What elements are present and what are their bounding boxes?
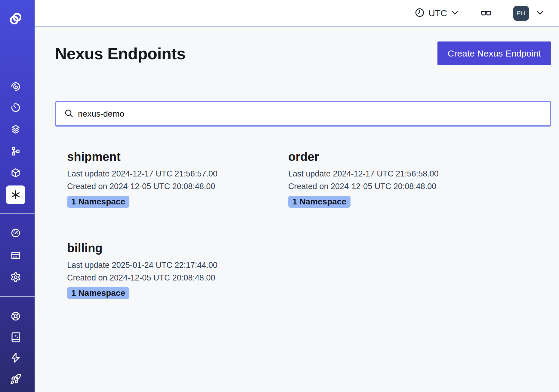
card-icon[interactable] [7,247,24,264]
endpoint-created: Created on 2024-12-05 UTC 20:08:48.00 [67,271,276,284]
search-bar[interactable] [55,101,551,127]
main-content: Nexus Endpoints Create Nexus Endpoint sh… [35,27,559,392]
temporal-logo[interactable] [7,10,24,27]
namespace-badge: 1 Namespace [288,196,351,208]
sidebar [0,0,35,392]
branch-graph-icon[interactable] [7,143,24,160]
create-nexus-endpoint-button[interactable]: Create Nexus Endpoint [437,41,551,65]
endpoint-name[interactable]: order [288,149,551,164]
cube-icon[interactable] [7,164,24,181]
endpoint-name[interactable]: shipment [67,149,276,164]
endpoint-card-order[interactable]: order Last update 2024-12-17 UTC 21:56:5… [276,149,551,208]
topbar: UTC PH [35,0,559,27]
page-title: Nexus Endpoints [55,44,186,63]
endpoint-last-update: Last update 2024-12-17 UTC 21:56:57.00 [67,167,276,180]
asterisk-icon[interactable] [6,185,25,204]
endpoint-created: Created on 2024-12-05 UTC 20:08:48.00 [288,180,551,193]
life-ring-icon[interactable] [7,308,24,325]
timezone-label: UTC [428,8,447,18]
user-menu[interactable]: PH [513,6,545,21]
endpoint-name[interactable]: billing [67,241,276,255]
glasses-icon[interactable] [480,7,492,19]
endpoint-list: shipment Last update 2024-12-17 UTC 21:5… [55,149,551,299]
spiral-icon[interactable] [7,78,24,95]
search-icon [64,109,74,119]
sidebar-divider [0,296,35,297]
endpoint-created: Created on 2024-12-05 UTC 20:08:48.00 [67,180,276,193]
timer-icon[interactable] [7,99,24,116]
endpoint-card-billing[interactable]: billing Last update 2025-01-24 UTC 22:17… [55,241,276,299]
namespace-badge: 1 Namespace [67,287,129,299]
app-window: UTC PH N [0,0,559,392]
avatar[interactable]: PH [513,6,529,21]
gear-icon[interactable] [7,269,24,286]
chevron-down-icon [451,8,459,18]
gauge-icon[interactable] [7,225,24,241]
layers-icon[interactable] [7,121,24,138]
rocket-icon[interactable] [7,371,24,387]
endpoint-last-update: Last update 2025-01-24 UTC 22:17:44.00 [67,259,276,271]
book-sparkle-icon[interactable] [7,329,24,346]
endpoint-card-shipment[interactable]: shipment Last update 2024-12-17 UTC 21:5… [55,149,276,208]
chevron-down-icon [536,8,545,18]
lightning-icon[interactable] [7,349,24,366]
sidebar-divider [0,213,35,214]
search-input[interactable] [78,109,544,119]
timezone-selector[interactable]: UTC [415,8,459,19]
clock-icon [415,8,425,19]
endpoint-last-update: Last update 2024-12-17 UTC 21:56:58.00 [288,167,551,180]
namespace-badge: 1 Namespace [67,196,129,208]
